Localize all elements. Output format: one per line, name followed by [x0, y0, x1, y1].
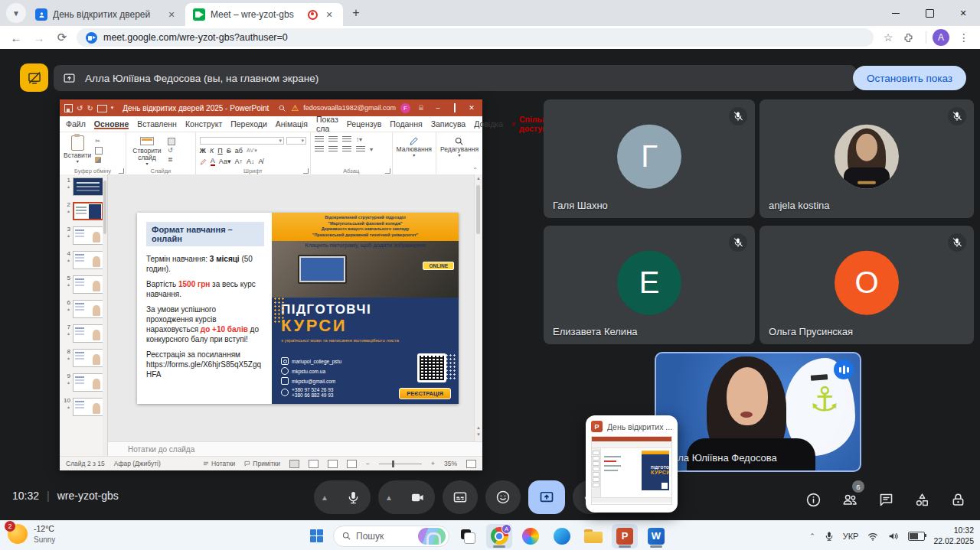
chrome-taskbar-icon[interactable]: A — [486, 524, 512, 548]
tab-slideshow[interactable]: Показ сла — [316, 115, 338, 133]
slide-thumbnail-2[interactable]: 2✶ — [63, 202, 106, 223]
zoom-slider[interactable] — [379, 464, 422, 464]
copilot-taskbar-icon[interactable] — [518, 524, 544, 548]
tab-view[interactable]: Подання — [390, 119, 422, 129]
back-button[interactable]: ← — [8, 31, 24, 44]
layout-icon[interactable] — [168, 138, 175, 145]
zoom-out-button[interactable]: − — [366, 460, 370, 467]
close-tab-icon[interactable]: ✕ — [165, 8, 178, 21]
dialog-launcher-icon[interactable] — [385, 168, 390, 174]
change-case-icon[interactable]: Аа▾ — [219, 158, 231, 165]
slide-thumbnail-5[interactable]: 5✶ — [63, 275, 106, 297]
chat-button[interactable] — [878, 492, 894, 508]
zoom-in-button[interactable]: + — [431, 460, 435, 467]
hidden-icons-chevron[interactable]: ⌃ — [809, 532, 815, 540]
keyboard-language[interactable]: УКР — [843, 532, 859, 541]
ppt-minimize-icon[interactable]: – — [432, 104, 444, 112]
slide-thumbnail-3[interactable]: 3✶ — [63, 226, 106, 248]
font-size-select[interactable]: ▾ — [286, 137, 306, 145]
start-button[interactable] — [305, 525, 328, 548]
tab-design[interactable]: Конструкт — [185, 119, 222, 129]
editing-button[interactable]: Редагування▾ — [440, 136, 479, 167]
vertical-scrollbar[interactable]: ▲ ▲▼ — [474, 174, 482, 441]
normal-view-icon[interactable] — [289, 460, 299, 468]
ppt-close-icon[interactable]: ✕ — [466, 104, 478, 112]
close-window-button[interactable]: ✕ — [946, 0, 980, 26]
font-buttons-row2[interactable]: А Аа▾ А↑ А↓ А̸ — [200, 157, 306, 166]
tray-clock[interactable]: 10:32 22.02.2025 — [933, 526, 974, 545]
language-indicator[interactable]: Афар (Джибуті) — [114, 460, 161, 467]
slide-thumbnail-6[interactable]: 6✶ — [63, 300, 106, 321]
slide-thumbnail-4[interactable]: 4✶ — [63, 251, 106, 272]
justify-icon[interactable] — [356, 146, 365, 153]
slide-thumbnail-1[interactable]: 1✶ — [63, 177, 106, 199]
section-icon[interactable]: ≣ — [168, 156, 175, 163]
bold-button[interactable]: Ж — [200, 147, 206, 155]
ppt-restore-icon[interactable] — [449, 104, 461, 112]
volume-icon[interactable] — [887, 530, 900, 542]
dialog-launcher-icon[interactable] — [119, 168, 124, 174]
list-buttons[interactable]: ↕▾ — [315, 136, 388, 143]
slideshow-icon[interactable] — [97, 105, 107, 112]
paste-button[interactable]: Вставити▾ — [64, 135, 91, 167]
slide-thumbnail-8[interactable]: 8✶ — [63, 349, 106, 370]
tab-file[interactable]: Файл — [66, 119, 86, 129]
save-icon[interactable] — [64, 104, 73, 112]
tab-day-open-doors[interactable]: День відкритих дверей ✕ — [28, 3, 185, 26]
notes-toggle[interactable]: Нотатки — [203, 460, 235, 467]
account-avatar[interactable]: F — [400, 103, 410, 113]
participant-tile-galya[interactable]: Г Галя Шахно — [544, 99, 755, 218]
tab-review[interactable]: Рецензув — [347, 119, 381, 129]
format-painter-icon[interactable] — [95, 156, 103, 163]
activities-button[interactable] — [914, 492, 930, 508]
presenting-warning-icon[interactable] — [20, 63, 48, 92]
tab-transitions[interactable]: Переходи — [230, 119, 267, 129]
close-tab-icon[interactable]: ✕ — [323, 8, 335, 21]
slide-thumbnail-7[interactable]: 7✶ — [63, 324, 106, 346]
battery-icon[interactable] — [908, 532, 925, 541]
mic-button[interactable] — [335, 480, 371, 514]
stop-presenting-button[interactable]: Остановить показ — [853, 66, 966, 90]
bullets-icon[interactable] — [315, 136, 324, 143]
ppt-search-icon[interactable] — [278, 104, 286, 112]
line-spacing-icon[interactable]: ↕▾ — [356, 136, 362, 143]
browser-menu-icon[interactable]: ⋮ — [956, 31, 972, 44]
font-color-icon[interactable]: А — [211, 157, 215, 166]
mic-options-chevron[interactable]: ▲ — [314, 480, 335, 514]
shadow-button[interactable]: аб — [235, 147, 243, 155]
minimize-window-button[interactable] — [879, 0, 913, 26]
reading-view-icon[interactable] — [328, 460, 338, 468]
tab-meet[interactable]: Meet – wre-yzot-gbs ✕ — [185, 3, 343, 26]
camera-options-chevron[interactable]: ▲ — [378, 480, 400, 514]
copy-icon[interactable] — [95, 147, 103, 154]
share-preview-window[interactable]: P День відкритих ... ПІДГОТОВЧІ — [586, 415, 678, 513]
fit-slide-icon[interactable] — [466, 460, 476, 468]
undo-icon[interactable]: ↺ — [77, 104, 83, 112]
self-video-tile[interactable]: ⚓ Алла Юліївна Федосова — [655, 352, 861, 472]
task-view-button[interactable] — [455, 524, 481, 548]
underline-button[interactable]: П — [217, 147, 222, 155]
shrink-font-icon[interactable]: А↓ — [247, 158, 255, 165]
dialog-launcher-icon[interactable] — [303, 168, 309, 174]
tab-insert[interactable]: Вставленн — [137, 119, 177, 129]
host-controls-button[interactable] — [950, 492, 966, 508]
reactions-button[interactable] — [485, 480, 521, 514]
participant-tile-anjela[interactable]: anjela kostina — [760, 99, 974, 218]
font-buttons-row1[interactable]: Ж К П S аб АѴ▾ — [200, 147, 306, 155]
profile-avatar[interactable]: A — [933, 29, 949, 46]
align-right-icon[interactable] — [342, 146, 351, 153]
redo-icon[interactable]: ↻ — [87, 104, 93, 112]
align-center-icon[interactable] — [328, 146, 338, 153]
clear-format-icon[interactable]: А̸ — [259, 158, 263, 165]
collapse-ribbon-icon[interactable]: ⌃ — [472, 167, 478, 174]
tab-animations[interactable]: Анімація — [276, 119, 308, 129]
slide-sorter-icon[interactable] — [309, 460, 318, 468]
quick-access-toolbar[interactable]: ↺ ↻ ▾ — [64, 104, 113, 112]
maximize-window-button[interactable] — [913, 0, 946, 26]
highlight-pen-icon[interactable] — [200, 158, 207, 165]
current-slide[interactable]: Формат навчання – онлайн Термін навчання… — [137, 213, 459, 404]
italic-button[interactable]: К — [210, 147, 214, 155]
drawing-button[interactable]: Малювання▾ — [397, 136, 432, 167]
tab-help[interactable]: Довідка — [474, 119, 503, 129]
new-slide-button[interactable]: Створити слайд▾ — [130, 135, 164, 167]
